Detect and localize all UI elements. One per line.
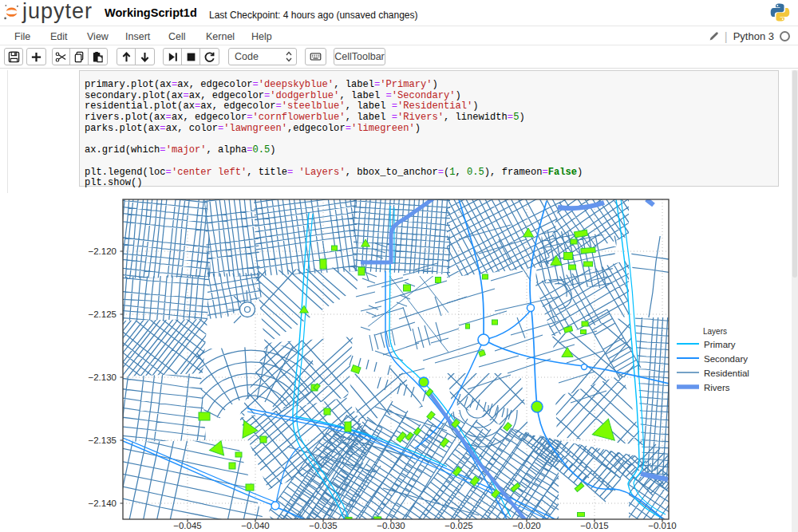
svg-text:−2.140: −2.140 (89, 499, 117, 508)
svg-text:−2.120: −2.120 (89, 246, 117, 256)
svg-text:Secondary: Secondary (704, 354, 748, 364)
svg-text:Rivers: Rivers (704, 383, 730, 392)
svg-text:Residential: Residential (704, 368, 749, 378)
svg-text:−0.030: −0.030 (377, 521, 405, 530)
svg-text:−0.035: −0.035 (309, 521, 338, 530)
svg-text:−0.015: −0.015 (580, 521, 609, 530)
svg-text:−2.130: −2.130 (89, 372, 117, 382)
svg-text:−0.040: −0.040 (241, 521, 270, 530)
svg-text:−0.020: −0.020 (512, 521, 541, 530)
svg-text:−0.025: −0.025 (444, 521, 473, 530)
svg-text:−0.010: −0.010 (648, 521, 677, 530)
svg-text:Layers: Layers (703, 327, 727, 336)
svg-text:−2.125: −2.125 (89, 309, 117, 319)
svg-text:−2.135: −2.135 (89, 435, 117, 445)
svg-text:Primary: Primary (704, 340, 736, 349)
svg-text:−0.045: −0.045 (173, 521, 202, 530)
